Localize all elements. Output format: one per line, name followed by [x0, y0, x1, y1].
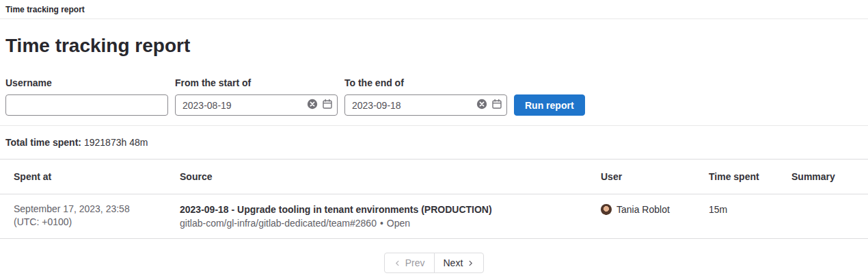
column-header-user: User — [593, 160, 701, 194]
user-avatar[interactable] — [601, 204, 612, 215]
summary-value — [783, 194, 868, 239]
from-date-field-group: From the start of — [175, 77, 338, 116]
source-state: Open — [387, 218, 410, 229]
calendar-icon — [491, 99, 502, 112]
source-path: gitlab-com/gl-infra/gitlab-dedicated/tea… — [180, 218, 377, 229]
from-date-clear-button[interactable] — [307, 100, 318, 111]
username-field-group: Username — [5, 77, 168, 116]
spent-at-utc-offset: (UTC: +0100) — [14, 216, 163, 229]
run-report-button[interactable]: Run report — [514, 94, 585, 116]
report-filters: Username From the start of — [5, 77, 863, 116]
source-reference: gitlab-com/gl-infra/gitlab-dedicated/tea… — [180, 216, 584, 230]
table-row: September 17, 2023, 23:58 (UTC: +0100) 2… — [0, 194, 868, 239]
total-time-spent-value: 1921873h 48m — [84, 137, 148, 148]
table-header-row: Spent at Source User Time spent Summary — [0, 160, 868, 194]
from-date-label: From the start of — [175, 77, 338, 88]
spent-at-datetime: September 17, 2023, 23:58 — [14, 203, 163, 216]
pagination: Prev Next — [0, 253, 868, 273]
username-input[interactable] — [5, 94, 168, 116]
to-date-label: To the end of — [344, 77, 507, 88]
chevron-right-icon — [467, 259, 474, 267]
column-header-source: Source — [172, 160, 593, 194]
column-header-time-spent: Time spent — [701, 160, 783, 194]
next-page-button[interactable]: Next — [434, 253, 485, 273]
breadcrumb: Time tracking report — [0, 0, 868, 19]
breadcrumb-current: Time tracking report — [5, 5, 85, 14]
calendar-icon — [322, 99, 333, 112]
column-header-summary: Summary — [783, 160, 868, 194]
next-page-label: Next — [444, 257, 463, 268]
user-name-link[interactable]: Tania Roblot — [616, 203, 670, 216]
total-time-spent-label: Total time spent: — [5, 137, 81, 148]
separator-dot: • — [380, 218, 383, 229]
source-issue-link[interactable]: 2023-09-18 - Upgrade tooling in tenant e… — [180, 203, 584, 216]
clear-circle-x-icon — [476, 99, 487, 112]
username-label: Username — [5, 77, 168, 88]
chevron-left-icon — [394, 259, 401, 267]
total-time-spent: Total time spent:1921873h 48m — [0, 126, 868, 159]
prev-page-button[interactable]: Prev — [384, 253, 435, 273]
to-date-calendar-button[interactable] — [491, 100, 502, 111]
to-date-clear-button[interactable] — [476, 100, 487, 111]
prev-page-label: Prev — [405, 257, 425, 268]
to-date-field-group: To the end of — [344, 77, 507, 116]
clear-circle-x-icon — [307, 99, 318, 112]
time-spent-value: 15m — [701, 194, 783, 239]
time-tracking-table: Spent at Source User Time spent Summary … — [0, 159, 868, 239]
page-title: Time tracking report — [5, 34, 863, 58]
from-date-calendar-button[interactable] — [322, 100, 333, 111]
column-header-spent-at: Spent at — [0, 160, 172, 194]
